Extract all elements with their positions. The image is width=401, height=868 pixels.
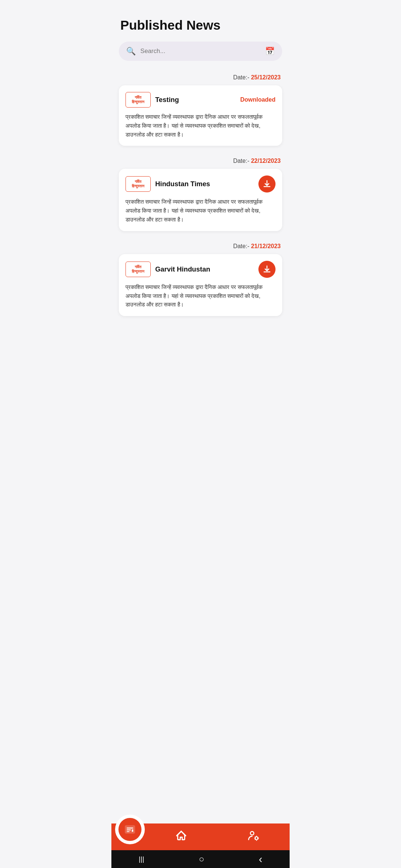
logo-text-line2: हिन्दुस्तान [132,184,144,188]
search-icon: 🔍 [126,47,136,56]
news-logo: गर्वित हिन्दुस्तान [125,92,151,108]
svg-rect-1 [127,828,133,829]
calendar-icon[interactable]: 📅 [265,47,275,56]
logo-text-line2: हिन्दुस्तान [132,269,144,274]
card-title: Garvit Hindustan [155,265,210,273]
search-input[interactable] [140,47,261,55]
download-button[interactable] [258,261,276,278]
card-description: प्रकाशित समाचार जिन्हें व्यवस्थापक द्वार… [125,113,276,139]
svg-point-5 [250,832,254,835]
search-bar: 🔍 📅 [119,42,282,61]
date-label: Date:- 22/12/2023 [111,152,290,167]
news-card: गर्वित हिन्दुस्तान Testing Downloaded प्… [119,85,282,146]
svg-rect-4 [132,829,133,832]
nav-settings-button[interactable] [217,830,290,844]
recent-apps-button[interactable]: ||| [138,855,144,863]
news-card: गर्वित हिन्दुस्तान Garvit Hindustan प्रक… [119,254,282,316]
logo-text-line2: हिन्दुस्तान [132,100,144,104]
date-label: Date:- 25/12/2023 [111,68,290,83]
system-nav: ||| ○ ‹ [111,850,290,868]
svg-rect-3 [127,831,130,832]
svg-rect-2 [127,829,131,831]
card-title: Hindustan Times [155,180,210,188]
card-description: प्रकाशित समाचार जिन्हें व्यवस्थापक द्वार… [125,283,276,309]
bottom-nav [111,823,290,850]
page-title: Published News [111,0,290,39]
nav-news-button[interactable] [118,818,141,841]
news-list: Date:- 25/12/2023 गर्वित हिन्दुस्तान Tes… [111,68,290,316]
news-logo: गर्वित हिन्दुस्तान [125,262,151,277]
date-label: Date:- 21/12/2023 [111,237,290,252]
home-button[interactable]: ○ [199,854,204,864]
nav-home-button[interactable] [145,830,217,844]
back-button[interactable]: ‹ [259,853,263,865]
logo-text-line1: गर्वित [135,95,141,100]
downloaded-badge: Downloaded [240,96,276,103]
card-title: Testing [155,96,179,104]
download-button[interactable] [258,175,276,193]
card-description: प्रकाशित समाचार जिन्हें व्यवस्थापक द्वार… [125,198,276,224]
logo-text-line1: गर्वित [135,265,141,269]
news-card: गर्वित हिन्दुस्तान Hindustan Times प्रका… [119,169,282,231]
news-logo: गर्वित हिन्दुस्तान [125,176,151,192]
logo-text-line1: गर्वित [135,180,141,184]
nav-news-active-bg [115,815,145,844]
search-bar-container: 🔍 📅 [111,39,290,68]
